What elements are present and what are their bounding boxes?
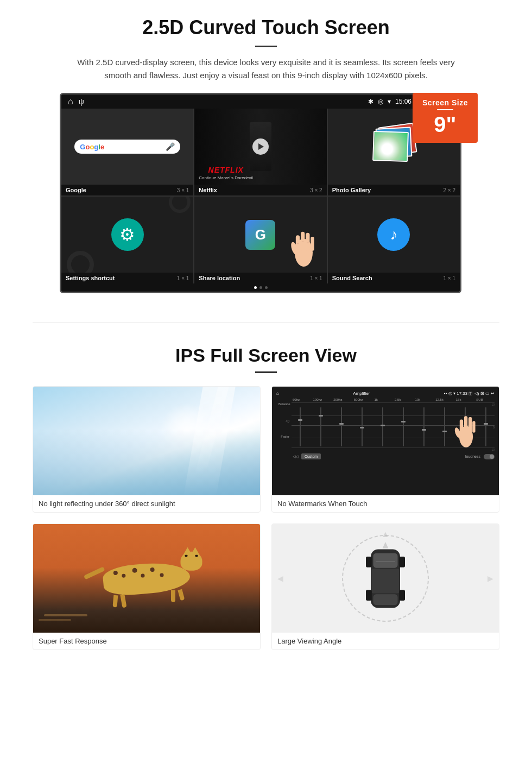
soundsearch-thumbnail: ♪: [328, 197, 460, 273]
time-display: 15:06: [395, 98, 411, 105]
cheetah-background: [33, 524, 260, 633]
svg-rect-20: [399, 557, 405, 567]
amp-custom-button[interactable]: Custom: [301, 453, 321, 459]
svg-rect-12: [468, 417, 472, 433]
settings-thumbnail: ⚙: [61, 197, 193, 273]
feature-image-car: ▲ ◀ ▶: [272, 524, 499, 633]
app-cell-soundsearch[interactable]: ♪ Sound Search 1 × 1: [328, 197, 460, 283]
app-cell-google[interactable]: Google 🎤 Google 3 × 1: [61, 109, 193, 195]
netflix-thumbnail: NETFLIX Continue Marvel's Daredevil: [194, 109, 326, 185]
eq-slider-10[interactable]: [477, 402, 495, 451]
settings-app-name: Settings shortcut: [66, 275, 115, 281]
shareloc-thumbnail: G: [194, 197, 326, 273]
section-divider: [33, 323, 499, 323]
svg-rect-19: [366, 557, 372, 567]
feature-item-angle: ▲ ◀ ▶ Large Viewing Angle: [271, 523, 499, 650]
app-cell-settings[interactable]: ⚙ Settings shortcut 1 × 1: [61, 197, 193, 283]
svg-rect-10: [460, 420, 463, 434]
status-bar: ⌂ ψ ✱ ◎ ▾ 15:06 ◫ ◁) ⊠ ▭: [61, 94, 460, 109]
app-cell-shareloc[interactable]: G: [194, 197, 326, 283]
car-background: ▲ ◀ ▶: [272, 524, 499, 633]
svg-rect-4: [311, 237, 314, 251]
svg-rect-13: [472, 421, 475, 433]
netflix-label: Netflix 3 × 2: [194, 185, 326, 195]
google-mic-icon[interactable]: 🎤: [166, 142, 175, 151]
svg-rect-11: [464, 416, 467, 433]
eq-panel: Balance ◁) Fader 10 0: [276, 402, 495, 451]
photo-card-3: [372, 131, 409, 162]
eq-slider-1[interactable]: [292, 402, 309, 451]
amp-home-icon: ⌂: [276, 391, 279, 396]
dot-2[interactable]: [259, 286, 262, 289]
device-wrapper: Screen Size 9" ⌂ ψ ✱ ◎ ▾ 15:06 ◫ ◁) ⊠: [60, 93, 472, 293]
eq-freq-labels: 60hz 100hz 200hz 500hz 1k 2.5k 10k 12.5k…: [276, 398, 495, 401]
feature-item-speed: Super Fast Response: [33, 523, 261, 650]
pagination-dots: [61, 283, 460, 292]
amp-loudness-toggle[interactable]: [484, 454, 495, 459]
badge-size: 9": [422, 113, 468, 135]
photogallery-label: Photo Gallery 2 × 2: [328, 185, 460, 195]
eq-slider-7[interactable]: [415, 402, 433, 451]
bluetooth-icon: ✱: [368, 98, 373, 105]
amp-title-text: Amplifier: [353, 391, 370, 396]
svg-rect-22: [399, 590, 405, 601]
netflix-play-button[interactable]: [252, 138, 269, 155]
cheetah-head: [180, 551, 202, 570]
amp-bottom-controls: ◁◁ Custom loudness: [276, 453, 495, 459]
eq-slider-4[interactable]: [353, 402, 371, 451]
badge-underline: [437, 109, 453, 110]
settings-app-size: 1 × 1: [177, 275, 189, 281]
svg-rect-16: [373, 553, 398, 567]
amp-icons: ▪▪ ◎ ▾ 17:33 ◫ ◁) ⊠ ▭ ↩: [444, 391, 495, 396]
dot-1[interactable]: [254, 286, 257, 289]
section1-description: With 2.5D curved-display screen, this de…: [76, 56, 456, 82]
amp-loudness-label: loudness: [324, 455, 480, 458]
netflix-app-name: Netflix: [199, 187, 217, 193]
section2-title: IPS Full Screen View: [33, 345, 499, 366]
wifi-icon: ▾: [388, 98, 391, 105]
screen-size-badge: Screen Size 9": [413, 93, 478, 143]
cheetah-body: [102, 560, 191, 597]
app-grid: Google 🎤 Google 3 × 1: [61, 109, 460, 283]
eq-sliders: 10 0 -10: [292, 402, 495, 451]
feature-caption-sunlight: No light reflecting under 360° direct su…: [33, 495, 260, 512]
settings-label: Settings shortcut 1 × 1: [61, 273, 193, 283]
photogallery-app-size: 2 × 2: [443, 187, 455, 193]
google-logo: Google: [80, 143, 104, 151]
section-ips: IPS Full Screen View No light reflecting…: [0, 339, 532, 666]
netflix-overlay: NETFLIX Continue Marvel's Daredevil: [199, 166, 253, 180]
eq-slider-3[interactable]: [333, 402, 351, 451]
dot-3[interactable]: [265, 286, 268, 289]
google-search-bar[interactable]: Google 🎤: [74, 140, 180, 154]
title-underline: [255, 46, 277, 47]
svg-rect-2: [301, 232, 305, 251]
ips-title-underline: [255, 371, 277, 373]
shareloc-app-name: Share location: [199, 275, 240, 281]
status-left: ⌂ ψ: [68, 97, 84, 106]
eq-slider-8[interactable]: [435, 402, 453, 451]
amp-back-icon[interactable]: ◁◁: [293, 455, 298, 459]
feature-caption-angle: Large Viewing Angle: [272, 633, 499, 649]
section1-title: 2.5D Curved Touch Screen: [33, 16, 499, 39]
google-thumbnail: Google 🎤: [61, 109, 193, 185]
feature-image-sunlight: [33, 387, 260, 495]
svg-rect-17: [372, 569, 399, 593]
shareloc-app-size: 1 × 1: [310, 275, 322, 281]
soundsearch-label: Sound Search 1 × 1: [328, 273, 460, 283]
settings-gear-bg: ⚙: [111, 218, 144, 251]
soundsearch-app-size: 1 × 1: [443, 275, 455, 281]
svg-marker-24: [383, 542, 389, 548]
google-app-size: 3 × 1: [177, 187, 189, 193]
photogallery-app-name: Photo Gallery: [332, 187, 371, 193]
cheetah-figure: [103, 564, 190, 594]
sound-search-icon: ♪: [377, 218, 410, 251]
eq-db-labels: Balance ◁) Fader: [276, 402, 292, 451]
car-circle: [342, 535, 429, 622]
app-cell-netflix[interactable]: NETFLIX Continue Marvel's Daredevil Netf…: [194, 109, 326, 195]
svg-rect-21: [366, 590, 372, 601]
touch-hand-icon: [454, 402, 478, 451]
eq-slider-5[interactable]: [374, 402, 392, 451]
eq-slider-6[interactable]: [395, 402, 413, 451]
home-icon[interactable]: ⌂: [68, 97, 73, 106]
eq-slider-2[interactable]: [312, 402, 330, 451]
